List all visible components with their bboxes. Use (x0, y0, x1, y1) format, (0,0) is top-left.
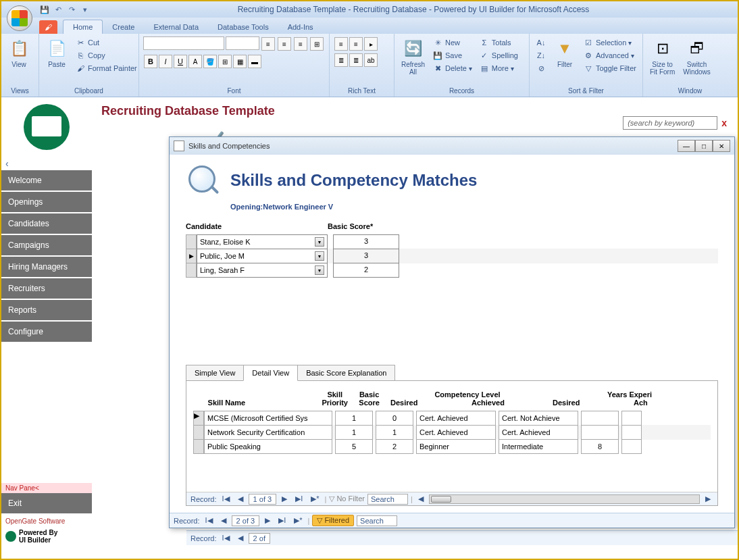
nav-openings[interactable]: Openings (1, 192, 92, 212)
chevron-down-icon[interactable]: ▼ (315, 251, 324, 261)
tab-database-tools[interactable]: Database Tools (208, 20, 278, 34)
skill-name-cell[interactable]: Network Security Certification (204, 425, 332, 440)
nav-collapse-button[interactable]: ‹ (1, 157, 92, 170)
skill-score-cell[interactable]: 0 (376, 411, 413, 426)
chevron-down-icon[interactable]: ▼ (315, 237, 324, 247)
skill-row-selector[interactable] (193, 439, 204, 454)
advanced-button[interactable]: ⚙Advanced▾ (581, 49, 638, 61)
search-clear-button[interactable]: x (721, 118, 727, 128)
close-button[interactable]: ✕ (713, 140, 730, 152)
comp-desired-cell[interactable]: Cert. Achieved (416, 411, 496, 426)
nav-hiring-managers[interactable]: Hiring Managers (1, 257, 92, 277)
skill-score-cell[interactable]: 2 (376, 439, 413, 454)
tab-basic-score-explanation[interactable]: Basic Score Explanation (297, 365, 395, 381)
chevron-down-icon[interactable]: ▼ (315, 265, 324, 275)
recnav-next-button[interactable]: ▶ (262, 516, 273, 525)
nav-configure[interactable]: Configure (1, 322, 92, 342)
comp-desired-cell[interactable]: Beginner (416, 439, 496, 454)
nav-pane-button[interactable]: Nav Pane< (1, 483, 92, 493)
toggle-filter-button[interactable]: ▽Toggle Filter (581, 62, 638, 74)
comp-achieved-cell[interactable]: Cert. Achieved (499, 425, 578, 440)
copy-button[interactable]: ⎘Copy (73, 49, 139, 61)
skill-priority-cell[interactable]: 1 (335, 411, 373, 426)
recnav-new-button[interactable]: ▶* (308, 494, 322, 503)
search-input[interactable]: (search by keyword) (623, 116, 717, 130)
yrs-achieved-cell[interactable] (621, 425, 642, 440)
recnav-search-input[interactable]: Search (367, 494, 408, 505)
tab-detail-view[interactable]: Detail View (243, 365, 298, 381)
skill-priority-cell[interactable]: 1 (335, 425, 373, 440)
delete-button[interactable]: ✖Delete▾ (430, 62, 474, 74)
candidate-combo[interactable]: Ling, Sarah F▼ (197, 263, 328, 278)
nav-candidates[interactable]: Candidates (1, 213, 92, 234)
fill-color-button[interactable]: 🪣 (203, 55, 217, 68)
recnav-first-button[interactable]: I◀ (220, 534, 232, 542)
recnav-new-button[interactable]: ▶* (291, 516, 305, 525)
clear-sort-button[interactable]: ⊘ (534, 62, 549, 74)
skill-score-cell[interactable]: 1 (376, 425, 413, 440)
hscroll-right-button[interactable]: ▶ (703, 494, 713, 503)
recnav-first-button[interactable]: I◀ (203, 516, 215, 525)
nav-reports[interactable]: Reports (1, 300, 92, 320)
skill-row-selector[interactable] (193, 425, 204, 440)
minimize-button[interactable]: — (678, 140, 695, 152)
sort-desc-button[interactable]: Z↓ (534, 49, 549, 61)
yrs-achieved-cell[interactable] (621, 439, 642, 454)
redo-icon[interactable]: ↷ (66, 4, 77, 15)
scrollbar-thumb[interactable] (431, 496, 451, 503)
recnav-prev-button[interactable]: ◀ (235, 494, 246, 503)
italic-button[interactable]: I (159, 55, 172, 68)
office-button[interactable] (7, 5, 32, 31)
skill-priority-cell[interactable]: 5 (335, 439, 373, 454)
candidate-combo[interactable]: Public, Joe M▼ (197, 249, 328, 263)
candidate-score[interactable]: 3 (333, 249, 399, 263)
font-color-button[interactable]: A (188, 55, 202, 68)
more-button[interactable]: ▤More▾ (477, 62, 520, 74)
qat-dropdown-icon[interactable]: ▾ (80, 4, 91, 15)
paste-button[interactable]: 📄Paste (43, 36, 70, 70)
candidate-score[interactable]: 2 (333, 263, 399, 278)
yrs-achieved-cell[interactable] (621, 411, 642, 426)
tab-external-data[interactable]: External Data (144, 20, 208, 34)
skill-name-cell[interactable]: MCSE (Microsoft Certified Sys (204, 411, 332, 426)
cand-row-selector[interactable] (186, 234, 197, 249)
recnav-prev-button[interactable]: ◀ (235, 534, 246, 542)
size-to-fit-button[interactable]: ⊡Size to Fit Form (647, 36, 678, 77)
recnav-next-button[interactable]: ▶ (279, 494, 290, 503)
spelling-button[interactable]: ✓Spelling (477, 49, 520, 61)
comp-achieved-cell[interactable]: Cert. Not Achieve (499, 411, 578, 426)
candidate-combo[interactable]: Stanz, Eloise K▼ (197, 234, 328, 249)
skill-row-selector[interactable]: ▶ (193, 411, 204, 426)
tab-simple-view[interactable]: Simple View (186, 365, 244, 381)
yrs-desired-cell[interactable] (581, 411, 619, 426)
view-button[interactable]: 📋View (5, 36, 32, 70)
recnav-position[interactable]: 2 of 3 (232, 515, 260, 526)
tab-home[interactable]: Home (63, 20, 103, 34)
recnav-last-button[interactable]: ▶I (292, 494, 305, 503)
recnav-search-input[interactable]: Search (357, 515, 397, 526)
totals-button[interactable]: ΣTotals (477, 36, 520, 49)
cand-row-selector[interactable]: ▶ (186, 249, 197, 263)
skill-name-cell[interactable]: Public Speaking (204, 439, 332, 454)
nav-welcome[interactable]: Welcome (1, 170, 92, 190)
tab-create[interactable]: Create (103, 20, 144, 34)
recnav-prev-button[interactable]: ◀ (218, 516, 229, 525)
horizontal-scrollbar[interactable] (429, 494, 700, 504)
no-filter-label[interactable]: ▽ No Filter (329, 494, 365, 503)
recnav-position[interactable]: 1 of 3 (249, 494, 277, 505)
save-button[interactable]: 💾Save (430, 49, 474, 61)
bold-button[interactable]: B (144, 55, 157, 68)
filtered-badge[interactable]: ▽ Filtered (312, 515, 354, 526)
yrs-desired-cell[interactable] (581, 425, 619, 440)
skills-window-titlebar[interactable]: Skills and Competencies — □ ✕ (170, 137, 734, 155)
comp-desired-cell[interactable]: Cert. Achieved (416, 425, 496, 440)
tab-add-ins[interactable]: Add-Ins (278, 20, 323, 34)
candidate-score[interactable]: 3 (333, 234, 399, 249)
comp-achieved-cell[interactable]: Intermediate (499, 439, 578, 454)
selection-button[interactable]: ☑Selection▾ (581, 36, 638, 49)
form-design-tab[interactable]: 🖌 (39, 20, 57, 34)
maximize-button[interactable]: □ (695, 140, 713, 152)
underline-button[interactable]: U (174, 55, 187, 68)
hscroll-left-button[interactable]: ◀ (415, 494, 426, 503)
nav-campaigns[interactable]: Campaigns (1, 235, 92, 255)
